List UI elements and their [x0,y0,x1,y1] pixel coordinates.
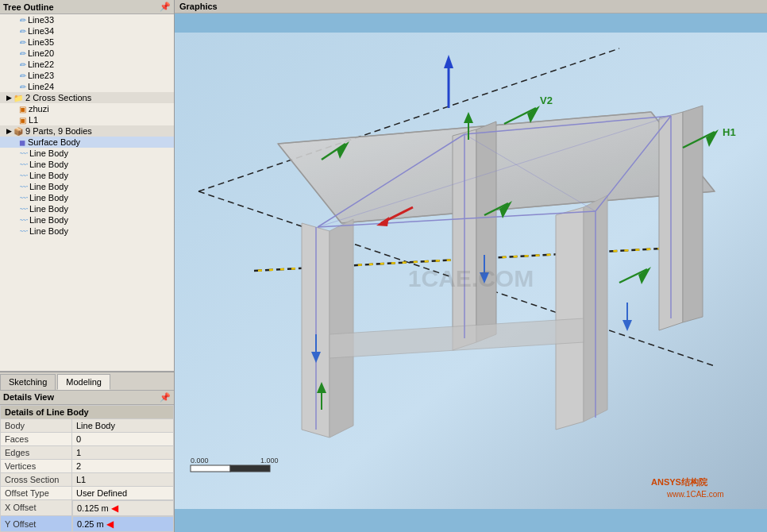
tree-item-line-body-8[interactable]: 〰 Line Body [0,226,174,237]
x-offset-arrow: ◀ [111,503,118,514]
tab-sketching[interactable]: Sketching [0,374,56,390]
expand-icon: ▶ [6,94,12,102]
tree-item-label: L1 [29,115,38,125]
tree-item-line23[interactable]: ✏ Line23 [0,70,174,81]
y-offset-arrow: ◀ [106,519,114,530]
tree-pin-icon: 📌 [160,2,171,12]
details-label-y-offset: Y Offset [1,516,72,532]
tree-item-line-body-2[interactable]: 〰 Line Body [0,159,174,170]
line-icon: 〰 [19,227,27,236]
details-row-offset-type: Offset Type User Defined [1,486,174,499]
details-row-body: Body Line Body [1,418,174,432]
details-view-header: Details View 📌 [0,391,174,405]
tree-item-cross-sections[interactable]: ▶ 📁 2 Cross Sections [0,92,174,103]
tree-item-label: 9 Parts, 9 Bodies [25,126,92,136]
expand-icon: ▶ [6,127,12,135]
details-section-row: Details of Line Body [1,405,174,418]
tree-item-parts[interactable]: ▶ 📦 9 Parts, 9 Bodies [0,125,174,137]
tree-item-line22[interactable]: ✏ Line22 [0,59,174,70]
details-value-offset-type: User Defined [72,486,174,499]
tree-item-line-body-3[interactable]: 〰 Line Body [0,170,174,181]
details-row-faces: Faces 0 [1,432,174,445]
cs-icon: ▣ [19,105,26,114]
details-view: Details View 📌 Details of Line Body Body… [0,390,174,533]
folder-icon: 📦 [13,127,23,136]
tree-item-label: zhuzi [29,104,49,114]
line-icon: 〰 [19,149,27,158]
line-icon: ✏ [19,27,25,36]
line-icon: ✏ [19,71,25,80]
3d-scene: V2 H1 1CAE.COM 0.000 1.000 ANSYS结构院 www.… [175,13,767,528]
details-value-y-offset: 0.25 m ◀ [72,516,174,532]
line-icon: 〰 [19,216,27,225]
line-icon: ✏ [19,49,25,58]
details-value-vertices: 2 [72,459,174,472]
svg-text:1CAE.COM: 1CAE.COM [408,265,534,291]
tree-item-label: Line Body [29,160,68,169]
details-label-offset-type: Offset Type [1,486,72,499]
line-icon: 〰 [19,160,27,169]
tree-item-surface-body[interactable]: ◼ Surface Body [0,137,174,148]
details-row-y-offset[interactable]: Y Offset 0.25 m ◀ [1,516,174,532]
line-icon: ✏ [19,83,25,91]
details-value-faces: 0 [72,432,174,445]
details-row-edges: Edges 1 [1,445,174,459]
tree-item-label: Line Body [29,193,68,202]
tree-item-label: Line Body [29,182,68,191]
svg-text:1.000: 1.000 [260,457,279,465]
tree-item-line20[interactable]: ✏ Line20 [0,48,174,59]
svg-rect-55 [230,465,270,472]
svg-text:V2: V2 [540,94,553,106]
cs-icon: ▣ [19,116,26,125]
line-icon: ✏ [19,60,25,69]
details-value-edges: 1 [72,445,174,459]
graphics-panel[interactable]: Graphics [175,0,767,532]
tree-item-label: Line Body [29,226,68,236]
svg-marker-19 [683,106,703,322]
tree-item-l1[interactable]: ▣ L1 [0,114,174,125]
tree-item-label: Line35 [28,37,54,47]
tree-item-line24[interactable]: ✏ Line24 [0,81,174,92]
tree-item-line-body-1[interactable]: 〰 Line Body [0,148,174,159]
line-icon: 〰 [19,183,27,191]
left-panel: Tree Outline 📌 ✏ Line33 ✏ Line34 ✏ Line3… [0,0,175,532]
details-label-faces: Faces [1,432,72,445]
svg-rect-54 [191,465,230,472]
graphics-title: Graphics [179,2,218,11]
line-icon: 〰 [19,194,27,202]
tree-item-line-body-4[interactable]: 〰 Line Body [0,181,174,192]
svg-text:0.000: 0.000 [191,457,209,465]
tree-header: Tree Outline 📌 [0,0,174,14]
tree-item-label: Line23 [28,71,54,80]
tree-item-line-body-5[interactable]: 〰 Line Body [0,192,174,203]
details-label-x-offset: X Offset [1,499,72,516]
graphics-header: Graphics [175,0,767,13]
details-label-vertices: Vertices [1,459,72,472]
details-label-body: Body [1,418,72,432]
line-icon: ✏ [19,38,25,47]
tree-item-line-body-6[interactable]: 〰 Line Body [0,203,174,214]
tree-item-label: Line Body [29,215,68,225]
details-section-title: Details of Line Body [1,405,174,418]
line-icon: 〰 [19,205,27,214]
details-row-cross-section: Cross Section L1 [1,472,174,486]
tree-item-label: Line34 [28,26,54,36]
tree-item-label: Line Body [29,171,68,180]
details-row-x-offset: X Offset 0.125 m ◀ [1,499,174,516]
tree-item-line33[interactable]: ✏ Line33 [0,14,174,25]
details-value-x-offset: 0.125 m ◀ [72,500,174,516]
folder-icon: 📁 [13,94,23,102]
details-view-title: Details View [3,392,54,403]
svg-text:www.1CAE.com: www.1CAE.com [666,490,724,499]
tree-outline[interactable]: Tree Outline 📌 ✏ Line33 ✏ Line34 ✏ Line3… [0,0,174,372]
tab-modeling[interactable]: Modeling [57,374,110,390]
graphics-content[interactable]: V2 H1 1CAE.COM 0.000 1.000 ANSYS结构院 www.… [175,13,767,528]
svg-marker-13 [330,219,353,438]
tab-bar: Sketching Modeling [0,372,174,390]
tree-item-line35[interactable]: ✏ Line35 [0,37,174,48]
tree-item-line-body-7[interactable]: 〰 Line Body [0,214,174,226]
line-icon: ✏ [19,16,25,25]
tree-item-label: Line20 [28,48,54,58]
tree-item-line34[interactable]: ✏ Line34 [0,25,174,37]
tree-item-zhuzi[interactable]: ▣ zhuzi [0,103,174,114]
